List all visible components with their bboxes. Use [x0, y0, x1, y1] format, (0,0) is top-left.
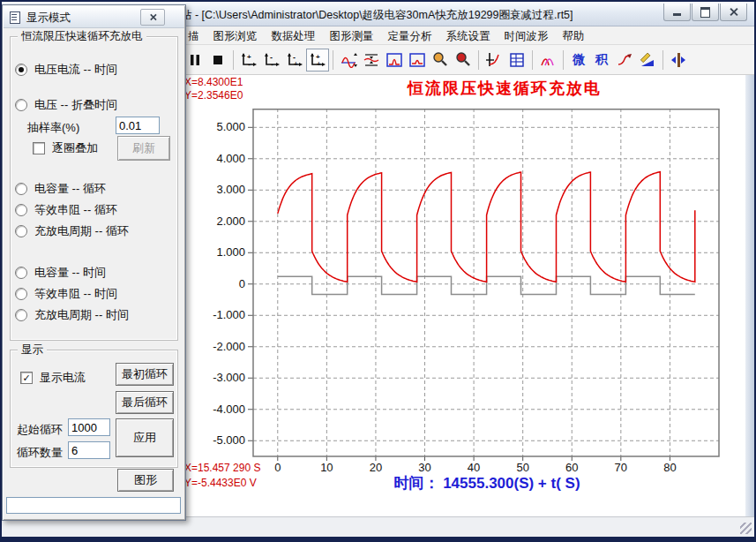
dialog-titlebar[interactable]: 显示模式 [4, 6, 184, 28]
axis-plus-plus-icon: ++ [309, 52, 326, 68]
radio-capacity-cycle[interactable]: 电容量 -- 循环 [15, 181, 106, 197]
x-tick-label: 0 [263, 461, 293, 474]
toolbar-separator [532, 50, 533, 70]
y-tick-label: -5.000 [203, 433, 245, 447]
display-mode-dialog: 显示模式 恒流限压快速循环充放电 电压电流 -- 时间 电压 -- 折叠时间 抽… [2, 4, 186, 521]
axis-plus-minus-icon: +- [240, 52, 258, 68]
pause-button[interactable] [183, 49, 206, 72]
voltage-series [278, 172, 695, 282]
menu-item-5[interactable]: 系统设置 [439, 26, 498, 47]
radio-esr-cycle[interactable]: 等效串阻 -- 循环 [15, 202, 117, 218]
threshold-curve-button[interactable] [483, 49, 505, 72]
radio-icon [15, 267, 27, 279]
radio-icon [15, 99, 27, 111]
radio-period-cycle[interactable]: 充放电周期 -- 循环 [15, 223, 129, 239]
restore-button[interactable] [692, 4, 719, 21]
zoom-in-button[interactable] [452, 49, 475, 72]
menu-item-6[interactable]: 时间波形 [498, 26, 556, 47]
menu-item-2[interactable]: 数据处理 [265, 26, 323, 47]
radio-voltage-current-time[interactable]: 电压电流 -- 时间 [15, 62, 117, 78]
axis-mode-plus-minus-button[interactable]: +- [237, 49, 260, 72]
radio-esr-time[interactable]: 等效串阻 -- 时间 [15, 286, 117, 302]
dialog-close-icon [149, 13, 157, 21]
application-window: 站 - [C:\Users\Administrator\Desktop\超级电容… [0, 0, 756, 542]
x-tick-label: 70 [606, 461, 636, 474]
compress-y-button[interactable] [360, 49, 383, 72]
close-button[interactable] [720, 4, 747, 21]
stop-icon [210, 52, 226, 68]
axis-minus-minus-icon: -- [263, 52, 281, 68]
sample-rate-input[interactable] [116, 117, 160, 134]
x-tick-label: 80 [655, 461, 685, 474]
peak-window-short-icon [408, 52, 426, 68]
edit-graph-icon [639, 52, 656, 68]
axis-mode-plus-plus-button[interactable]: ++ [306, 49, 329, 72]
plot-area[interactable] [248, 109, 724, 462]
zoom-out-icon [431, 51, 449, 68]
restore-icon [700, 7, 710, 18]
overlay-per-cycle-checkbox[interactable]: 逐圈叠加 [33, 140, 98, 156]
toolbar-separator [662, 50, 663, 70]
mode-group-label: 恒流限压快速循环充放电 [18, 29, 146, 44]
zoom-window-tall-button[interactable] [383, 49, 406, 72]
zoom-out-button[interactable] [429, 49, 452, 72]
autoscale-y-button[interactable] [337, 49, 360, 72]
y-tick-label: 0 [203, 277, 245, 290]
derivative-curve-icon [616, 52, 633, 68]
toolbar-separator [563, 50, 564, 70]
radio-icon [15, 309, 27, 321]
x-tick-label: 40 [459, 461, 489, 474]
y-tick-label: -1.000 [203, 308, 245, 321]
y-tick-label: -2.000 [203, 340, 245, 353]
radio-icon [15, 288, 27, 300]
differentiate-button[interactable]: 微 [567, 49, 590, 72]
mirror-flip-button[interactable] [667, 49, 690, 72]
data-table-icon [508, 52, 526, 68]
graph-button[interactable]: 图形 [117, 469, 174, 492]
edit-graph-button[interactable] [636, 49, 659, 72]
menu-item-4[interactable]: 定量分析 [381, 26, 439, 47]
cursor-readout-bottom-x: X=15.457 290 S [184, 462, 260, 474]
y-tick-label: 2.000 [203, 215, 245, 228]
minimize-button[interactable] [663, 4, 691, 21]
x-tick-label: 10 [311, 461, 341, 474]
menu-item-7[interactable]: 帮助 [556, 26, 592, 47]
start-cycle-input[interactable] [68, 418, 110, 436]
radio-period-time[interactable]: 充放电周期 -- 时间 [15, 307, 129, 323]
chart-title: 恒流限压快速循环充放电 [337, 78, 672, 99]
x-tick-label: 20 [361, 461, 391, 474]
autoscale-y-icon [340, 52, 357, 68]
show-current-checkbox[interactable]: ✓显示电流 [20, 370, 86, 386]
last-cycle-button[interactable]: 最后循环 [116, 391, 174, 414]
x-axis-title: 时间： 14555.300(S) + t( S) [266, 473, 707, 493]
overlay-curves-button[interactable] [536, 49, 559, 72]
y-tick-label: -4.000 [203, 403, 245, 416]
toolbar-separator [478, 50, 479, 70]
menu-item-1[interactable]: 图形浏览 [206, 26, 265, 47]
stop-button[interactable] [206, 49, 229, 72]
axis-mode-minus-minus-button[interactable]: -- [260, 49, 283, 72]
radio-voltage-folded-time[interactable]: 电压 -- 折叠时间 [15, 97, 117, 113]
y-tick-label: 3.000 [203, 183, 245, 196]
toolbar-separator [233, 50, 234, 70]
checkbox-icon [33, 142, 45, 154]
zoom-window-short-button[interactable] [406, 49, 429, 72]
integrate-button[interactable]: 积 [590, 49, 613, 72]
axis-mode-minus-plus-button[interactable]: -+ [283, 49, 306, 72]
overlay-curves-icon [539, 52, 557, 68]
menu-item-3[interactable]: 图形测量 [323, 26, 381, 47]
refresh-button[interactable]: 刷新 [117, 136, 170, 161]
dialog-close-button[interactable] [140, 9, 165, 26]
apply-button[interactable]: 应用 [116, 418, 174, 457]
radio-capacity-time[interactable]: 电容量 -- 时间 [15, 265, 106, 281]
resize-grip-icon[interactable] [740, 523, 752, 534]
dialog-bottom-input[interactable] [6, 497, 181, 514]
compress-y-icon [363, 52, 380, 68]
x-tick-label: 50 [508, 461, 538, 474]
data-table-button[interactable] [505, 49, 528, 72]
cycle-count-input[interactable] [68, 441, 110, 459]
derivative-curve-button[interactable] [613, 49, 636, 72]
first-cycle-button[interactable]: 最初循环 [116, 363, 174, 386]
y-tick-label: 4.000 [203, 152, 245, 165]
y-tick-label: 5.000 [203, 120, 245, 133]
